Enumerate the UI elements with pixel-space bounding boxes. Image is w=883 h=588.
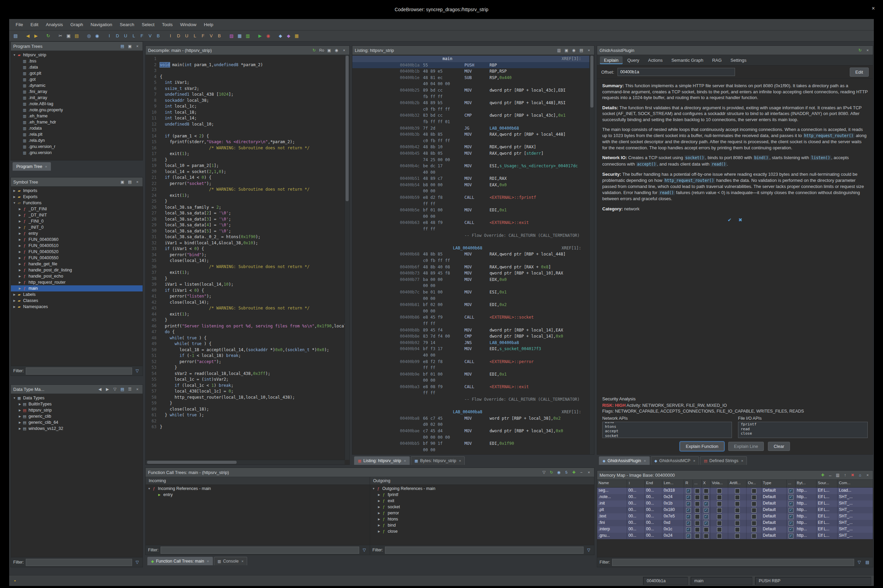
tree-arrow-icon[interactable]: ▶: [18, 238, 22, 241]
record-icon[interactable]: ◉: [264, 32, 272, 40]
mm-col-end[interactable]: End: [645, 480, 662, 487]
symbol-tree-item-entry[interactable]: ▶ƒentry: [11, 230, 143, 237]
write-checkbox[interactable]: [695, 489, 700, 494]
execute-checkbox[interactable]: [704, 534, 709, 538]
window-close-icon[interactable]: ×: [872, 5, 875, 12]
search-text-icon[interactable]: ◉: [93, 32, 101, 40]
volatile-checkbox[interactable]: [717, 534, 722, 538]
delete-block-icon[interactable]: ✖: [850, 472, 856, 478]
memory-block-row-text[interactable]: .text00...00...0x7e5✓✓Default✓http...Elf…: [597, 513, 873, 520]
navigate-next-instruction-icon[interactable]: I: [105, 32, 113, 40]
decompile-line-27[interactable]: 27 local_38.sa_data[2] = '\0';: [147, 210, 345, 216]
snapshot-icon[interactable]: ◉: [334, 48, 339, 53]
decompile-line-53[interactable]: 53 }: [147, 365, 345, 371]
data-type-item-windows-vs12-32[interactable]: ▶▤windows_vs12_32: [11, 426, 143, 432]
write-checkbox[interactable]: [695, 495, 700, 500]
tree-arrow-icon[interactable]: ▼: [12, 201, 17, 205]
read-checkbox[interactable]: ✓: [686, 501, 691, 506]
execute-checkbox[interactable]: ✓: [704, 514, 709, 519]
decompile-header[interactable]: Decompile: main - (httpsrv_strip) ↻Ro▣◉×: [146, 46, 349, 55]
decompile-line-20[interactable]: 20 local_14 = socket(2,1,0);: [147, 169, 345, 175]
refresh-icon[interactable]: ↻: [549, 470, 554, 476]
decompile-line-19[interactable]: 19 local_10 = param_2[1];: [147, 163, 345, 169]
symbol-tree-item-classes[interactable]: ▶▰Classes: [11, 298, 143, 304]
decompile-line-62[interactable]: 62: [147, 418, 345, 424]
listing-row-00400b9e[interactable]: 00400b9ebf 01 00MOVEDI,0x1: [352, 371, 589, 378]
mm-col-vola[interactable]: Vola...: [710, 480, 728, 487]
clone-icon[interactable]: ▣: [563, 48, 569, 53]
explain-function-button[interactable]: Explain Function: [680, 442, 724, 451]
program-tree-item-fini-array[interactable]: ▥.fini_array: [11, 88, 143, 94]
menu-graph[interactable]: Graph: [66, 19, 87, 30]
decompile-line-13[interactable]: 13: [147, 127, 345, 134]
decompile-line-42[interactable]: 42 close(local_14);: [147, 300, 345, 306]
decompile-line-16[interactable]: 16 /* WARNING: Subroutine does not retur…: [147, 145, 345, 152]
symbol-tree-item-fini-0[interactable]: ▶ƒ_FINI_0: [11, 218, 143, 224]
outgoing-ref-socket[interactable]: ▶ƒsocket: [370, 504, 594, 510]
outgoing-tree[interactable]: ▼ƒOutgoing References - main▶ƒfprintf▶ƒe…: [370, 485, 594, 545]
read-checkbox[interactable]: ✓: [686, 521, 691, 526]
listing-row-00400b5e[interactable]: 00400b5ebf 01 00MOVEDI,0x1: [352, 207, 589, 213]
edit-offset-button[interactable]: Edit: [850, 68, 869, 76]
symbol-tree-header[interactable]: Symbol Tree ▣▤×: [11, 177, 143, 187]
mm-col-sour[interactable]: Sour...: [817, 480, 838, 487]
decompile-line-28[interactable]: 28 local_38.sa_data[3] = '\0';: [147, 216, 345, 223]
close-tab-icon[interactable]: ×: [459, 459, 461, 463]
assist-tab-semantic-graph[interactable]: Semantic Graph: [667, 56, 707, 64]
symbol-tree-item-exports[interactable]: ▶▰Exports: [11, 194, 143, 200]
tree-arrow-icon[interactable]: ▼: [371, 487, 376, 490]
decompile-line-50[interactable]: 50 local_18 = accept(local_14,(sockaddr …: [147, 347, 345, 353]
tree-arrow-icon[interactable]: ▶: [377, 512, 381, 515]
listing-row-00400ba8[interactable]: 00400ba866 c7 45MOVword ptr [RBP + local…: [352, 415, 589, 422]
decompile-line-41[interactable]: 41 perror("listen");: [147, 294, 345, 300]
expand-block-icon[interactable]: ↑: [842, 472, 848, 478]
mm-col-r[interactable]: R: [684, 480, 693, 487]
symbol-tree-item-handle-post-echo[interactable]: ▶ƒhandle_post_echo: [11, 273, 143, 279]
overlay-checkbox[interactable]: [752, 534, 756, 538]
nav-forward-icon[interactable]: ▶: [105, 387, 110, 392]
listing-row-00400b42[interactable]: 00400b4248 8b 10MOVRDX,qword ptr [RAX]: [352, 144, 589, 150]
artificial-checkbox[interactable]: [735, 489, 740, 494]
close-tab-icon[interactable]: ×: [693, 459, 695, 463]
close-tab-icon[interactable]: ×: [207, 559, 209, 563]
symbol-tree-item-namespaces[interactable]: ▶▰Namespaces: [11, 304, 143, 310]
copy-icon[interactable]: ▣: [326, 48, 332, 53]
search-memory-icon[interactable]: ◎: [85, 32, 93, 40]
decompile-line-38[interactable]: 38 }: [147, 276, 345, 282]
mm-col-com[interactable]: Com...: [838, 480, 873, 487]
console-icon[interactable]: ▥: [244, 32, 252, 40]
program-tree-item-eh-frame-hdr[interactable]: ▥.eh_frame_hdr: [11, 119, 143, 125]
data-type-item-builtintypes[interactable]: ▶▤BuiltInTypes: [11, 401, 143, 407]
pin-icon[interactable]: ▤: [127, 179, 133, 185]
decompile-line-55[interactable]: 55 local_1c = (int)sVar2;: [147, 376, 345, 383]
decompile-code-area[interactable]: 12void main(int param_1,undefined8 *para…: [146, 56, 345, 460]
decompile-line-17[interactable]: 17 exit(1);: [147, 151, 345, 157]
listing-row-00400b3b[interactable]: 00400b3b48 8b 85MOVRAX,qword ptr [RBP + …: [352, 131, 589, 138]
refresh-icon[interactable]: ↻: [857, 48, 863, 53]
network-apis-list[interactable]: bindhtonsacceptsocket: [602, 422, 732, 438]
menu-navigation[interactable]: Navigation: [87, 19, 116, 30]
overlay-checkbox[interactable]: [752, 489, 756, 494]
close-tab-icon[interactable]: ×: [644, 459, 646, 463]
decompile-line-48[interactable]: 48 while( true ) {: [147, 335, 345, 341]
symbol-tree-item-dt-fini[interactable]: ▶ƒ_DT_FINI: [11, 206, 143, 212]
close-panel-icon[interactable]: ×: [134, 387, 140, 392]
tree-arrow-icon[interactable]: ▶: [18, 232, 22, 235]
data-type-item-data-types[interactable]: ▼▦Data Types: [11, 395, 143, 401]
label-row[interactable]: LAB_00400ba8XREF[1]:: [352, 409, 589, 415]
navigate-previous-undefined-icon[interactable]: U: [183, 32, 191, 40]
close-panel-icon[interactable]: ×: [865, 472, 871, 478]
run-script-icon[interactable]: ▶: [256, 32, 264, 40]
overlay-checkbox[interactable]: [752, 527, 756, 532]
navigate-next-label-icon[interactable]: L: [130, 32, 138, 40]
memory-block-row-init[interactable]: .init00...00...0x1b✓✓Default✓http...Elf …: [597, 501, 873, 507]
program-tree-item-bss[interactable]: ▥.bss: [11, 58, 143, 64]
memory-block-row-seg[interactable]: seg...00...00...0x318✓Default✓http...Elf…: [597, 488, 873, 494]
incoming-filter-input[interactable]: [161, 547, 359, 554]
navigate-previous-label-icon[interactable]: L: [191, 32, 198, 40]
filter-options-icon[interactable]: ▽: [134, 368, 140, 374]
decompile-line-51[interactable]: 51 if (-1 < local_18) break;: [147, 353, 345, 359]
close-panel-icon[interactable]: ×: [134, 44, 140, 49]
menu-analysis[interactable]: Analysis: [42, 19, 66, 30]
field-header-icon[interactable]: ▥: [556, 48, 562, 53]
